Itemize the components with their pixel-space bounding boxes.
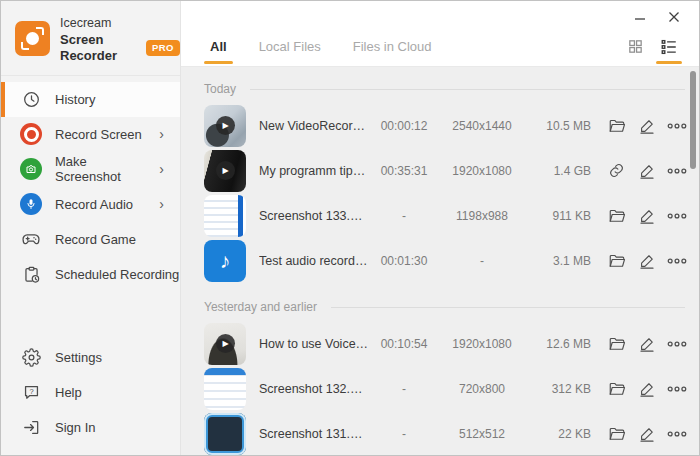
file-size: 10.5 MB bbox=[525, 119, 591, 133]
sidebar: Icecream Screen Recorder PRO History Rec… bbox=[1, 1, 181, 455]
link-icon[interactable] bbox=[607, 161, 626, 181]
file-duration: - bbox=[369, 209, 439, 223]
section-title: Today bbox=[204, 82, 236, 96]
file-size: 911 KB bbox=[525, 209, 591, 223]
file-name: How to use Voice recorder.mp4 bbox=[259, 337, 369, 351]
sidebar-nav: History Record Screen › Make Screenshot … bbox=[1, 82, 180, 292]
svg-text:?: ? bbox=[29, 387, 33, 396]
file-thumbnail[interactable] bbox=[204, 150, 246, 192]
sidebar-item-record-game[interactable]: Record Game bbox=[1, 222, 180, 257]
help-icon: ? bbox=[20, 382, 42, 404]
sidebar-item-help[interactable]: ? Help bbox=[1, 375, 180, 410]
sidebar-item-label: Sign In bbox=[55, 420, 95, 435]
file-resolution: - bbox=[439, 254, 525, 268]
sidebar-item-label: Help bbox=[55, 385, 82, 400]
sidebar-item-scheduled-recording[interactable]: Scheduled Recording bbox=[1, 257, 180, 292]
edit-icon[interactable] bbox=[637, 379, 656, 399]
folder-icon[interactable] bbox=[607, 251, 626, 271]
more-options-icon[interactable] bbox=[667, 206, 687, 226]
more-options-icon[interactable] bbox=[667, 424, 687, 444]
file-size: 3.1 MB bbox=[525, 254, 591, 268]
scrollbar[interactable] bbox=[690, 71, 696, 169]
tab-files-in-cloud[interactable]: Files in Cloud bbox=[351, 27, 434, 66]
sidebar-item-settings[interactable]: Settings bbox=[1, 340, 180, 375]
view-toggles bbox=[623, 27, 681, 66]
file-row[interactable]: New VideoRecorder lifehacks.mp4 00:00:12… bbox=[204, 103, 699, 148]
tab-all[interactable]: All bbox=[208, 27, 229, 66]
file-thumbnail[interactable] bbox=[204, 413, 246, 455]
app-title-line1: Icecream bbox=[60, 16, 111, 30]
scheduled-recording-icon bbox=[20, 263, 42, 285]
row-actions bbox=[607, 206, 687, 226]
row-actions bbox=[607, 161, 687, 181]
microphone-icon bbox=[20, 193, 42, 215]
file-name: Screenshot 131.png bbox=[259, 427, 369, 441]
app-title-line2: Screen Recorder bbox=[60, 32, 140, 65]
more-options-icon[interactable] bbox=[667, 251, 687, 271]
file-resolution: 2540x1440 bbox=[439, 119, 525, 133]
sidebar-item-record-screen[interactable]: Record Screen › bbox=[1, 117, 180, 152]
pro-badge: PRO bbox=[146, 40, 180, 56]
file-duration: 00:10:54 bbox=[369, 337, 439, 351]
folder-icon[interactable] bbox=[607, 206, 626, 226]
file-thumbnail[interactable] bbox=[204, 240, 246, 282]
file-row[interactable]: My programm tips & lifehacks.mp4 00:35:3… bbox=[204, 148, 699, 193]
close-icon[interactable] bbox=[661, 7, 687, 27]
tabbar: All Local Files Files in Cloud bbox=[181, 27, 699, 67]
edit-icon[interactable] bbox=[637, 424, 656, 444]
row-actions bbox=[607, 424, 687, 444]
sidebar-item-label: History bbox=[55, 92, 95, 107]
more-options-icon[interactable] bbox=[667, 161, 687, 181]
sidebar-item-sign-in[interactable]: Sign In bbox=[1, 410, 180, 445]
file-resolution: 720x800 bbox=[439, 382, 525, 396]
minimize-icon[interactable] bbox=[627, 7, 653, 27]
row-actions bbox=[607, 334, 687, 354]
sidebar-item-label: Settings bbox=[55, 350, 102, 365]
file-name: Screenshot 132.png bbox=[259, 382, 369, 396]
file-thumbnail[interactable] bbox=[204, 195, 246, 237]
more-options-icon[interactable] bbox=[667, 116, 687, 136]
sidebar-item-record-audio[interactable]: Record Audio › bbox=[1, 187, 180, 222]
tab-local-files[interactable]: Local Files bbox=[257, 27, 323, 66]
sidebar-item-make-screenshot[interactable]: Make Screenshot › bbox=[1, 152, 180, 187]
file-size: 1.4 GB bbox=[525, 164, 591, 178]
file-size: 22 KB bbox=[525, 427, 591, 441]
file-duration: - bbox=[369, 382, 439, 396]
gamepad-icon bbox=[20, 228, 42, 250]
sidebar-item-label: Record Screen bbox=[55, 127, 142, 142]
more-options-icon[interactable] bbox=[667, 334, 687, 354]
more-options-icon[interactable] bbox=[667, 379, 687, 399]
section-title: Yesterday and earlier bbox=[204, 300, 317, 314]
edit-icon[interactable] bbox=[637, 334, 656, 354]
edit-icon[interactable] bbox=[637, 161, 656, 181]
edit-icon[interactable] bbox=[637, 206, 656, 226]
folder-icon[interactable] bbox=[607, 334, 626, 354]
grid-view-icon[interactable] bbox=[623, 27, 647, 66]
file-name: My programm tips & lifehacks.mp4 bbox=[259, 164, 369, 178]
edit-icon[interactable] bbox=[637, 251, 656, 271]
file-thumbnail[interactable] bbox=[204, 323, 246, 365]
file-row[interactable]: Screenshot 132.png - 720x800 312 KB bbox=[204, 366, 699, 411]
file-resolution: 1198x988 bbox=[439, 209, 525, 223]
list-view-icon[interactable] bbox=[657, 27, 681, 66]
file-row[interactable]: Screenshot 133.png - 1198x988 911 KB bbox=[204, 193, 699, 238]
folder-icon[interactable] bbox=[607, 379, 626, 399]
sidebar-item-label: Record Audio bbox=[55, 197, 133, 212]
file-row[interactable]: Screenshot 131.png - 512x512 22 KB bbox=[204, 411, 699, 455]
record-icon bbox=[20, 123, 42, 145]
play-icon bbox=[216, 161, 235, 180]
chevron-right-icon: › bbox=[159, 196, 164, 212]
chevron-right-icon: › bbox=[159, 126, 164, 142]
sidebar-item-history[interactable]: History bbox=[1, 82, 180, 117]
file-thumbnail[interactable] bbox=[204, 105, 246, 147]
edit-icon[interactable] bbox=[637, 116, 656, 136]
file-thumbnail[interactable] bbox=[204, 368, 246, 410]
app-logo: Icecream Screen Recorder PRO bbox=[1, 1, 180, 76]
file-row[interactable]: How to use Voice recorder.mp4 00:10:54 1… bbox=[204, 321, 699, 366]
app-logo-icon bbox=[15, 21, 50, 56]
chevron-right-icon: › bbox=[159, 161, 164, 177]
folder-icon[interactable] bbox=[607, 424, 626, 444]
file-name: New VideoRecorder lifehacks.mp4 bbox=[259, 119, 369, 133]
folder-icon[interactable] bbox=[607, 116, 626, 136]
file-row[interactable]: Test audio record.mp3 00:01:30 - 3.1 MB bbox=[204, 238, 699, 283]
